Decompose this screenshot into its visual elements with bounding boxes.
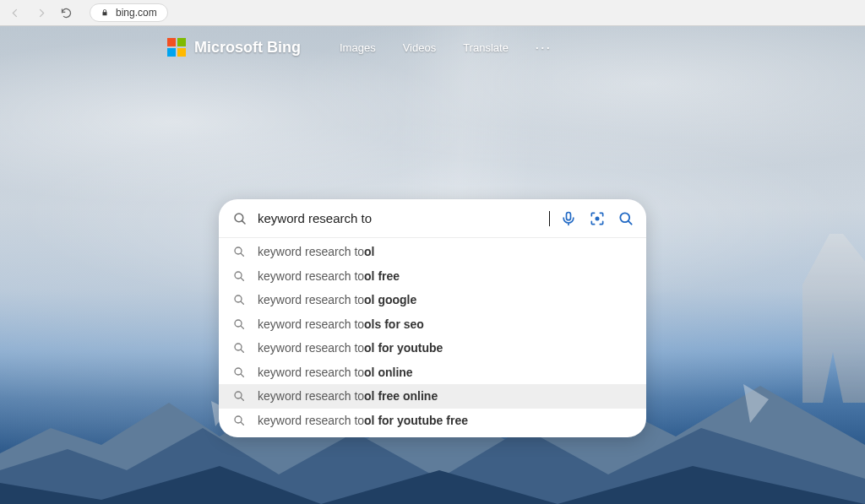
svg-point-2: [596, 216, 600, 220]
suggestion-item[interactable]: keyword research tool free: [219, 264, 646, 289]
suggestion-text: keyword research tool free: [258, 269, 400, 283]
address-bar[interactable]: bing.com: [90, 3, 168, 22]
search-card: keyword research to keyword research too…: [219, 199, 646, 437]
lens-icon[interactable]: [589, 210, 606, 227]
nav-link-translate[interactable]: Translate: [463, 41, 509, 54]
search-icon: [232, 269, 246, 283]
brand-text: Microsoft Bing: [194, 39, 301, 57]
header-links: Images Videos Translate ···: [340, 41, 552, 54]
nav-link-images[interactable]: Images: [340, 41, 376, 54]
reload-icon: [60, 7, 73, 19]
search-input[interactable]: keyword research to: [258, 211, 549, 225]
search-action-icons: [560, 210, 634, 227]
suggestion-text: keyword research tool google: [258, 293, 416, 306]
suggestion-text: keyword research tool free online: [258, 389, 438, 403]
brand-logo[interactable]: Microsoft Bing: [167, 38, 301, 57]
search-icon: [232, 211, 248, 226]
search-container: keyword research to keyword research too…: [219, 199, 646, 437]
suggestion-item[interactable]: keyword research tools for seo: [219, 312, 646, 337]
browser-toolbar: bing.com: [0, 0, 865, 26]
lock-icon: [101, 8, 109, 17]
forward-icon: [35, 7, 47, 19]
suggestion-text: keyword research tools for seo: [258, 317, 424, 331]
suggestion-text: keyword research tool: [258, 245, 375, 258]
search-row: keyword research to: [219, 199, 646, 238]
suggestion-item[interactable]: keyword research tool for youtube: [219, 336, 646, 360]
suggestion-item[interactable]: keyword research tool: [219, 240, 646, 264]
search-icon: [232, 389, 246, 403]
mic-icon[interactable]: [560, 210, 577, 227]
suggestion-item[interactable]: keyword research tool free online: [219, 384, 646, 409]
nav-link-videos[interactable]: Videos: [403, 41, 437, 54]
suggestion-item[interactable]: keyword research tool for youtube free: [219, 409, 646, 433]
microsoft-logo-icon: [167, 38, 186, 57]
suggestion-text: keyword research tool for youtube free: [258, 414, 468, 427]
forward-button[interactable]: [34, 6, 47, 19]
suggestion-text: keyword research tool online: [258, 366, 413, 379]
url-host: bing.com: [116, 7, 157, 19]
more-icon[interactable]: ···: [536, 41, 552, 54]
svg-rect-1: [567, 212, 571, 219]
suggestion-text: keyword research tool for youtube: [258, 341, 443, 355]
search-icon: [232, 414, 246, 427]
suggestion-item[interactable]: keyword research tool online: [219, 360, 646, 385]
search-icon: [232, 341, 246, 355]
search-icon: [232, 366, 246, 379]
page-body: Microsoft Bing Images Videos Translate ·…: [0, 26, 865, 504]
search-icon: [232, 293, 246, 306]
search-submit-icon[interactable]: [617, 210, 634, 227]
search-icon: [232, 317, 246, 331]
suggestion-item[interactable]: keyword research tool google: [219, 288, 646, 312]
reload-button[interactable]: [59, 6, 73, 19]
text-caret: [549, 211, 550, 226]
bing-header: Microsoft Bing Images Videos Translate ·…: [167, 38, 552, 57]
back-button[interactable]: [8, 6, 22, 19]
suggestion-list: keyword research toolkeyword research to…: [219, 238, 646, 437]
back-icon: [9, 7, 22, 19]
search-icon: [232, 245, 246, 258]
background-structure: [802, 234, 865, 403]
